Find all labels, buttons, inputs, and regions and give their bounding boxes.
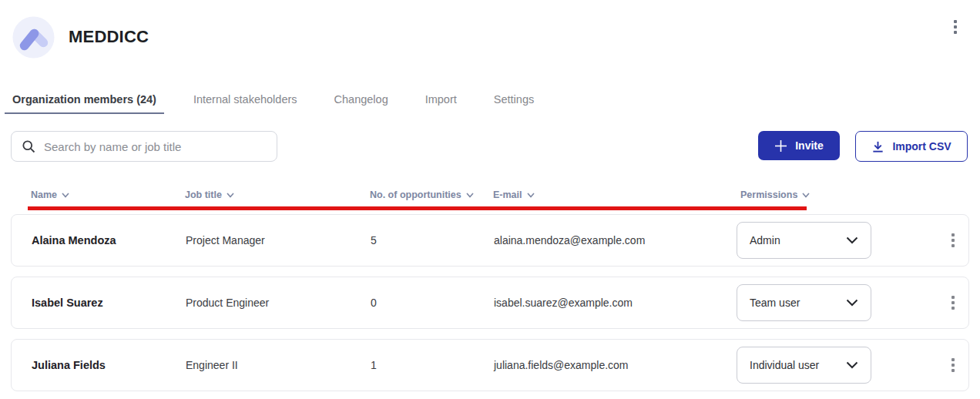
- tab-internal-stakeholders[interactable]: Internal stakeholders: [186, 93, 305, 114]
- toolbar-actions: Invite Import CSV: [758, 131, 968, 162]
- sort-chevron-down-icon: [227, 193, 234, 198]
- column-header-job-title[interactable]: Job title: [185, 189, 370, 200]
- member-job-title: Product Engineer: [186, 297, 371, 309]
- permissions-selected-value: Individual user: [750, 359, 819, 371]
- member-email: alaina.mendoza@example.com: [494, 234, 737, 246]
- column-header-label: No. of opportunities: [370, 189, 461, 200]
- app-logo-icon: [12, 16, 55, 59]
- chevron-down-icon: [846, 361, 858, 369]
- permissions-selected-value: Admin: [750, 234, 780, 246]
- sort-chevron-down-icon: [527, 193, 535, 198]
- page-menu-kebab-icon[interactable]: [951, 17, 960, 37]
- page-title: MEDDICC: [69, 27, 149, 47]
- member-job-title: Engineer II: [186, 359, 371, 371]
- member-email: isabel.suarez@example.com: [494, 297, 737, 309]
- tab-organization-members-24[interactable]: Organization members (24): [5, 93, 164, 114]
- member-name: Alaina Mendoza: [32, 234, 186, 246]
- permissions-select[interactable]: Admin: [737, 222, 871, 259]
- column-header-label: E-mail: [493, 189, 522, 200]
- tab-bar: Organization members (24) Internal stake…: [0, 92, 980, 114]
- tab-changelog[interactable]: Changelog: [327, 93, 396, 114]
- download-icon: [871, 140, 884, 153]
- invite-button-label: Invite: [795, 139, 824, 152]
- sort-chevron-down-icon: [802, 193, 810, 198]
- member-name: Isabel Suarez: [32, 297, 186, 309]
- page: MEDDICC Organization members (24) Intern…: [0, 0, 980, 399]
- search-icon: [21, 139, 36, 154]
- column-header-no-of-opportunities[interactable]: No. of opportunities: [370, 189, 493, 200]
- table-row: Alaina Mendoza Project Manager 5 alaina.…: [11, 214, 969, 267]
- member-email: juliana.fields@example.com: [494, 359, 737, 371]
- member-opportunities: 0: [371, 297, 494, 309]
- row-menu-kebab-icon[interactable]: [947, 291, 959, 314]
- tab-settings[interactable]: Settings: [486, 93, 542, 114]
- table-row: Juliana Fields Engineer II 1 juliana.fie…: [11, 339, 969, 391]
- permissions-select[interactable]: Individual user: [737, 347, 871, 384]
- column-header-e-mail[interactable]: E-mail: [493, 189, 736, 200]
- member-opportunities: 1: [371, 359, 494, 371]
- row-menu-kebab-icon[interactable]: [947, 229, 959, 252]
- permissions-selected-value: Team user: [750, 297, 800, 309]
- sort-chevron-down-icon: [62, 193, 69, 198]
- column-header-label: Permissions: [740, 189, 797, 200]
- app-header: MEDDICC: [0, 0, 980, 59]
- member-name: Juliana Fields: [32, 359, 186, 371]
- column-header-name[interactable]: Name: [31, 189, 185, 200]
- tab-import[interactable]: Import: [418, 93, 465, 114]
- member-job-title: Project Manager: [186, 234, 371, 246]
- search-box[interactable]: [11, 131, 277, 162]
- chevron-down-icon: [846, 236, 858, 244]
- sort-chevron-down-icon: [466, 193, 474, 198]
- table-header: Name Job title No. of opportunities E-ma…: [11, 188, 969, 202]
- plus-icon: [774, 139, 787, 153]
- chevron-down-icon: [846, 299, 858, 307]
- annotation-red-line: [28, 206, 807, 210]
- table-body: Alaina Mendoza Project Manager 5 alaina.…: [11, 214, 969, 391]
- column-header-permissions[interactable]: Permissions: [736, 189, 938, 200]
- member-opportunities: 5: [371, 234, 494, 246]
- import-csv-button[interactable]: Import CSV: [855, 131, 968, 162]
- row-menu-kebab-icon[interactable]: [947, 354, 959, 377]
- table-row: Isabel Suarez Product Engineer 0 isabel.…: [11, 277, 969, 329]
- permissions-select[interactable]: Team user: [737, 284, 871, 321]
- invite-button[interactable]: Invite: [758, 131, 840, 160]
- import-csv-button-label: Import CSV: [892, 140, 951, 153]
- column-header-label: Job title: [185, 189, 222, 200]
- search-input[interactable]: [44, 140, 267, 153]
- column-header-label: Name: [31, 189, 57, 200]
- toolbar: Invite Import CSV: [0, 131, 980, 162]
